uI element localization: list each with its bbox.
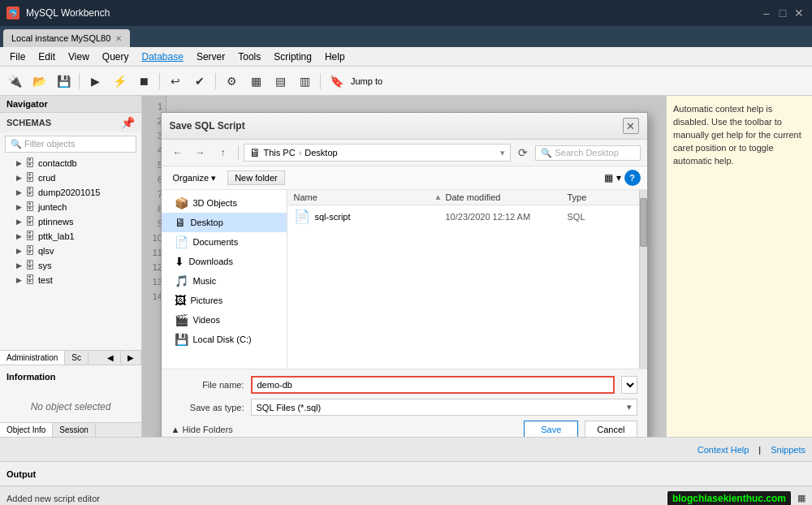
- dialog-up-button[interactable]: ↑: [214, 143, 233, 162]
- tab-nav-next[interactable]: ▶: [121, 351, 141, 365]
- help-button[interactable]: ?: [624, 170, 641, 186]
- organize-button[interactable]: Organize ▾: [168, 171, 222, 185]
- schema-item-pttk-lab1[interactable]: ▶ 🗄 pttk_lab1: [0, 229, 141, 244]
- schema-item-ptinnews[interactable]: ▶ 🗄 ptinnews: [0, 214, 141, 229]
- dialog-refresh-button[interactable]: ⟳: [514, 144, 532, 162]
- sidebar-downloads-label: Downloads: [189, 257, 233, 266]
- sidebar-desktop[interactable]: 🖥 Desktop: [162, 213, 287, 232]
- schema-item-juntech[interactable]: ▶ 🗄 juntech: [0, 200, 141, 214]
- schema-name: ptinnews: [38, 217, 73, 227]
- maximize-button[interactable]: □: [776, 6, 789, 19]
- view-dropdown-arrow[interactable]: ▾: [616, 172, 621, 183]
- file-item-sql-script[interactable]: 📄 sql-script 10/23/2020 12:12 AM SQL: [287, 205, 639, 227]
- tab-bar: Local instance MySQL80 ✕: [0, 26, 812, 47]
- filename-dropdown[interactable]: ▾: [621, 376, 637, 394]
- file-list-scrollbar[interactable]: [639, 190, 647, 369]
- sidebar-music[interactable]: 🎵 Music: [162, 271, 287, 291]
- menu-help[interactable]: Help: [318, 50, 352, 64]
- help-text: Automatic context help is disabled. Use …: [673, 102, 806, 167]
- schema-name: pttk_lab1: [38, 231, 75, 241]
- schema-item-crud[interactable]: ▶ 🗄 crud: [0, 170, 141, 185]
- main-tab[interactable]: Local instance MySQL80 ✕: [3, 29, 130, 47]
- tab-object-info[interactable]: Object Info: [0, 423, 53, 437]
- tab-session[interactable]: Session: [53, 423, 96, 437]
- sidebar-documents[interactable]: 📄 Documents: [162, 232, 287, 252]
- address-dropdown-arrow[interactable]: ▾: [500, 148, 505, 158]
- tab-close-button[interactable]: ✕: [115, 34, 122, 43]
- col-header-name[interactable]: Name: [294, 192, 434, 202]
- path-this-pc[interactable]: This PC: [264, 148, 296, 158]
- toolbar-layout1[interactable]: ▦: [244, 70, 267, 93]
- object-tabs: Object Info Session: [0, 422, 141, 437]
- menu-query[interactable]: Query: [96, 50, 136, 64]
- dialog-search-box[interactable]: 🔍 Search Desktop: [535, 145, 641, 161]
- menu-view[interactable]: View: [62, 50, 96, 64]
- filter-icon: 🔍: [11, 139, 24, 149]
- menu-edit[interactable]: Edit: [32, 50, 62, 64]
- tab-administration[interactable]: Administration: [0, 351, 65, 365]
- toolbar-open[interactable]: 📂: [28, 70, 50, 93]
- toolbar-new-connection[interactable]: 🔌: [3, 70, 26, 93]
- menu-database[interactable]: Database: [136, 50, 190, 64]
- toolbar-execute[interactable]: ▶: [84, 70, 106, 93]
- tab-nav-prev[interactable]: ◀: [101, 351, 121, 365]
- sidebar-downloads[interactable]: ⬇ Downloads: [162, 252, 287, 271]
- grid-icon: ▦: [797, 493, 806, 503]
- file-date: 10/23/2020 12:12 AM: [446, 212, 568, 222]
- dialog-back-button[interactable]: ←: [168, 143, 188, 162]
- savetype-value: SQL Files (*.sql): [257, 403, 322, 412]
- sidebar-pictures-icon: 🖼: [175, 294, 186, 307]
- schema-item-dump20201015[interactable]: ▶ 🗄 dump20201015: [0, 185, 141, 200]
- menu-scripting[interactable]: Scripting: [267, 50, 318, 64]
- schema-db-icon: 🗄: [25, 172, 35, 183]
- tab-schemas[interactable]: Sc: [65, 351, 89, 365]
- schema-db-icon: 🗄: [25, 201, 35, 213]
- toolbar-layout2[interactable]: ▤: [269, 70, 292, 93]
- hide-folders-button[interactable]: ▲ Hide Folders: [171, 425, 518, 434]
- menu-file[interactable]: File: [3, 50, 32, 64]
- path-desktop[interactable]: Desktop: [304, 148, 337, 158]
- scrollbar-thumb[interactable]: [640, 198, 647, 247]
- schema-db-icon: 🗄: [25, 274, 35, 286]
- snippets-link[interactable]: Snippets: [771, 445, 806, 455]
- schema-item-contactdb[interactable]: ▶ 🗄 contactdb: [0, 156, 141, 170]
- toolbar-execute-single[interactable]: ⚡: [108, 70, 131, 93]
- address-bar[interactable]: 🖥 This PC › Desktop ▾: [244, 144, 511, 162]
- save-button[interactable]: Save: [524, 421, 578, 437]
- filename-input[interactable]: [251, 376, 615, 394]
- toolbar-rollback[interactable]: ↩: [164, 70, 187, 93]
- new-folder-button[interactable]: New folder: [227, 170, 285, 185]
- schema-db-icon: 🗄: [25, 231, 35, 242]
- dialog-close-button[interactable]: ✕: [623, 118, 639, 134]
- cancel-button[interactable]: Cancel: [585, 421, 637, 437]
- context-help-link[interactable]: Context Help: [698, 445, 749, 455]
- toolbar-save[interactable]: 💾: [52, 70, 75, 93]
- col-header-type[interactable]: Type: [568, 192, 633, 202]
- address-computer-icon: 🖥: [249, 146, 261, 159]
- output-label: Output: [6, 469, 36, 479]
- minimize-button[interactable]: –: [760, 6, 773, 19]
- sidebar-3d-objects[interactable]: 📦 3D Objects: [162, 193, 287, 213]
- view-icon: ▦: [604, 172, 613, 183]
- sidebar-pictures[interactable]: 🖼 Pictures: [162, 291, 287, 310]
- schema-name: qlsv: [38, 246, 54, 256]
- dialog-forward-button[interactable]: →: [191, 143, 210, 162]
- savetype-dropdown[interactable]: SQL Files (*.sql) ▾: [251, 399, 637, 416]
- status-text: Added new script editor: [6, 494, 100, 503]
- sidebar-videos[interactable]: 🎬 Videos: [162, 310, 287, 330]
- schema-item-test[interactable]: ▶ 🗄 test: [0, 273, 141, 287]
- col-header-date[interactable]: Date modified: [446, 192, 568, 202]
- app-icon: 🐬: [6, 6, 19, 19]
- toolbar-stop[interactable]: ⏹: [132, 70, 155, 93]
- schema-item-sys[interactable]: ▶ 🗄 sys: [0, 258, 141, 273]
- toolbar-jump-to[interactable]: 🔖: [325, 70, 348, 93]
- toolbar-settings[interactable]: ⚙: [220, 70, 243, 93]
- menu-tools[interactable]: Tools: [231, 50, 267, 64]
- schema-item-qlsv[interactable]: ▶ 🗄 qlsv: [0, 244, 141, 258]
- sidebar-local-disk[interactable]: 💾 Local Disk (C:): [162, 330, 287, 349]
- sidebar-3d-icon: 📦: [175, 196, 188, 209]
- menu-server[interactable]: Server: [190, 50, 231, 64]
- toolbar-layout3[interactable]: ▥: [293, 70, 316, 93]
- toolbar-commit[interactable]: ✔: [188, 70, 211, 93]
- close-button[interactable]: ✕: [793, 6, 806, 19]
